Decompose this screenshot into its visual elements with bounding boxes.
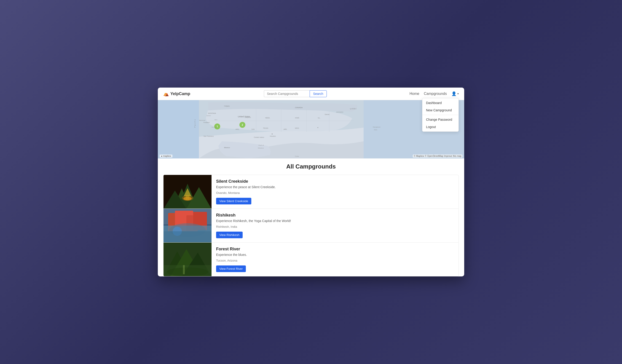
user-icon: 👤 xyxy=(451,91,456,96)
svg-text:Sea: Sea xyxy=(374,129,377,131)
campground-card: Silent Creekside Experience the peace at… xyxy=(163,175,459,209)
brand: ⛺ YelpCamp xyxy=(163,91,190,96)
svg-text:QUÉBEC: QUÉBEC xyxy=(350,108,357,110)
svg-text:ARIZ.: ARIZ. xyxy=(235,129,240,130)
campground-description: Experience the blues. xyxy=(216,253,454,257)
map-container: United States CANADA Mexico P a c i f i … xyxy=(158,100,464,158)
campground-card: Rishikesh Experience Rishikesh, the Yoga… xyxy=(163,209,459,242)
svg-text:Cuba: Cuba xyxy=(295,155,299,157)
search-form: Search xyxy=(264,90,327,97)
campground-name: Rishikesh xyxy=(216,213,454,218)
search-button[interactable]: Search xyxy=(310,90,327,97)
svg-text:Houston: Houston xyxy=(270,135,276,137)
campgrounds-section: All Campgrounds Silent Creekside Experie… xyxy=(158,158,464,276)
svg-text:Ciudad Juárez: Ciudad Juárez xyxy=(254,136,264,138)
mapbox-logo-text: ● mapbox xyxy=(161,155,171,157)
view-forest-river-button[interactable]: View Forest River xyxy=(216,266,246,272)
main-content: United States CANADA Mexico P a c i f i … xyxy=(158,100,464,276)
svg-text:REV.: REV. xyxy=(214,119,218,120)
map-logo: ● mapbox xyxy=(160,154,173,157)
svg-text:Cheyenne: Cheyenne xyxy=(245,117,251,118)
campground-image xyxy=(163,209,212,242)
view-campground-button[interactable]: View Rishikesh xyxy=(216,232,243,238)
svg-text:ONTARIO: ONTARIO xyxy=(336,111,344,113)
dropdown-divider xyxy=(422,115,459,115)
svg-point-27 xyxy=(272,134,272,134)
svg-text:N.M.: N.M. xyxy=(252,129,255,130)
campground-location: Tucson, Arizona xyxy=(216,259,454,262)
user-menu-trigger[interactable]: 👤 ▾ Dashboard New Campground Change Pass… xyxy=(451,91,459,96)
svg-text:Vancouver: Vancouver xyxy=(199,120,205,121)
svg-text:Mexico: Mexico xyxy=(258,147,264,149)
menu-item-new-campground[interactable]: New Campground xyxy=(422,107,459,114)
navbar-right: Home Campgrounds 👤 ▾ Dashboard New Campg… xyxy=(409,91,459,96)
svg-text:Portland: Portland xyxy=(204,122,210,123)
menu-item-logout[interactable]: Logout xyxy=(422,123,459,131)
campground-name: Forest River xyxy=(216,247,454,251)
menu-item-change-password[interactable]: Change Password xyxy=(422,116,459,123)
view-campground-button[interactable]: View Silent Creekside xyxy=(216,198,251,204)
campground-image xyxy=(163,243,212,276)
svg-text:ARK.: ARK. xyxy=(284,129,287,130)
svg-text:MONTANA: MONTANA xyxy=(208,113,216,114)
nav-campgrounds[interactable]: Campgrounds xyxy=(424,92,447,96)
campground-list: Silent Creekside Experience the peace at… xyxy=(163,175,459,276)
svg-text:P a c i f i c: P a c i f i c xyxy=(194,119,196,128)
map-attribution: © Mapbox © OpenStreetMap Improve this ma… xyxy=(413,154,462,157)
campground-description: Experience the peace at Silent Creekside… xyxy=(216,185,454,189)
svg-rect-1 xyxy=(158,100,199,158)
card-body: Forest River Experience the blues. Tucso… xyxy=(212,243,459,276)
campground-name: Silent Creekside xyxy=(216,179,454,184)
menu-item-dashboard[interactable]: Dashboard xyxy=(422,99,459,107)
campground-card: Forest River Experience the blues. Tucso… xyxy=(163,242,459,276)
page-title: All Campgrounds xyxy=(163,163,459,170)
svg-text:TEXAS: TEXAS xyxy=(263,127,268,129)
brand-icon: ⛺ xyxy=(163,91,169,96)
svg-text:CANADA: CANADA xyxy=(295,107,303,109)
nav-home[interactable]: Home xyxy=(409,92,419,96)
svg-point-29 xyxy=(317,127,318,128)
svg-text:IDAHO: IDAHO xyxy=(207,115,211,116)
svg-text:Mexico: Mexico xyxy=(224,147,230,149)
svg-text:Sargasso: Sargasso xyxy=(373,126,381,128)
svg-text:Calgary: Calgary xyxy=(224,105,230,107)
svg-text:MISS.: MISS. xyxy=(295,127,299,129)
campground-location: Ovando, Montana xyxy=(216,191,454,194)
card-body: Rishikesh Experience Rishikesh, the Yoga… xyxy=(212,209,459,242)
search-input[interactable] xyxy=(264,90,310,97)
map-svg: United States CANADA Mexico P a c i f i … xyxy=(158,100,464,158)
svg-text:Gulf of: Gulf of xyxy=(258,144,264,146)
svg-text:San Francisco: San Francisco xyxy=(204,135,214,137)
campground-description: Experience Rishikesh, the Yoga Capital o… xyxy=(216,219,454,223)
campground-location: Rishikesh, India xyxy=(216,225,454,229)
navbar: ⛺ YelpCamp Search Home Campgrounds 👤 ▾ D… xyxy=(158,88,464,100)
svg-text:NEBA.: NEBA. xyxy=(265,117,270,119)
svg-text:Detroit: Detroit xyxy=(325,114,330,115)
card-body: Silent Creekside Experience the peace at… xyxy=(212,175,459,209)
svg-text:IOWA: IOWA xyxy=(295,117,299,119)
user-dropdown-menu: Dashboard New Campground Change Password… xyxy=(422,98,459,132)
svg-text:ILL.: ILL. xyxy=(318,117,321,119)
campground-image xyxy=(163,175,212,209)
brand-name: YelpCamp xyxy=(170,92,190,96)
svg-text:Las Vegas: Las Vegas xyxy=(212,126,218,128)
dropdown-caret-icon: ▾ xyxy=(457,92,459,95)
svg-text:2: 2 xyxy=(242,123,243,126)
browser-window: ⛺ YelpCamp Search Home Campgrounds 👤 ▾ D… xyxy=(158,88,464,276)
